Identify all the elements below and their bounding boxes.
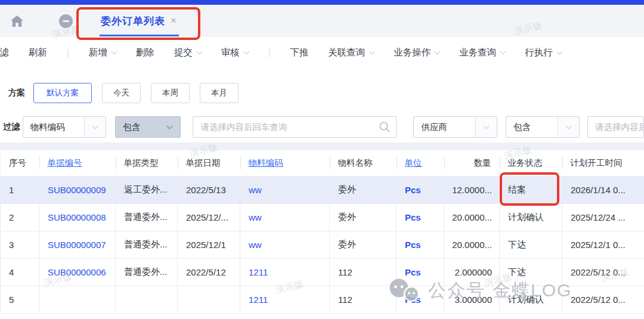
filter-field-select[interactable]: 物料编码	[23, 116, 106, 138]
chevron-down-icon	[111, 48, 117, 54]
cell-bill-type: 普通委外...	[116, 231, 178, 258]
chevron-down-icon	[243, 48, 249, 54]
toolbar-item-label: 业务查询	[459, 47, 496, 59]
scheme-label: 方案	[8, 88, 25, 98]
cell-material-code[interactable]: ww	[240, 176, 330, 203]
column-header-status: 业务状态	[500, 150, 562, 176]
cell-bill-no[interactable]: SUB00000008	[39, 203, 116, 231]
cell-qty: 3.000000	[444, 286, 500, 313]
message-icon[interactable]	[59, 14, 73, 28]
toolbar-item-label: 审核	[221, 47, 240, 59]
cell-qty: 12.0000...	[444, 176, 500, 203]
column-header-qty: 数量	[444, 150, 500, 176]
cell-bill-no[interactable]: SUB00000007	[39, 231, 116, 258]
filter-operator-2-value: 包含	[506, 117, 558, 137]
cell-seq: 1	[1, 176, 39, 203]
cell-plan-start-time: 2022/5/12 0...	[562, 258, 644, 286]
column-header-bill-no[interactable]: 单据编号	[39, 150, 116, 176]
table-row[interactable]: 3SUB00000007普通委外...2025/12/1ww委外Pcs20.00…	[1, 231, 644, 258]
column-header-seq: 序号	[1, 150, 39, 176]
cell-material-name: 112	[330, 258, 397, 286]
cell-seq: 5	[1, 286, 39, 313]
cell-bill-type: 普通委外...	[116, 258, 178, 286]
cell-status: 下达	[500, 258, 562, 286]
filter-search-input[interactable]	[193, 116, 397, 138]
column-header-material-code[interactable]: 物料编码	[240, 150, 330, 176]
tab-outsourcing-order-list[interactable]: 委外订单列表 ×	[100, 5, 180, 37]
cell-material-code[interactable]: ww	[240, 231, 330, 258]
filter-operator-select-2[interactable]: 包含	[506, 116, 580, 138]
filter-operator-select[interactable]: 包含	[115, 116, 181, 138]
section-divider-band	[0, 143, 644, 150]
cell-material-code[interactable]: ww	[240, 203, 330, 231]
filter-search-input-2[interactable]	[587, 116, 644, 138]
toolbar-item-submit[interactable]: 提交	[174, 47, 202, 59]
cell-bill-date: 2022/5/12	[178, 258, 240, 286]
cell-unit[interactable]: Pcs	[397, 203, 444, 231]
cell-material-name: 委外	[330, 176, 397, 203]
cell-status: 下达	[500, 231, 562, 258]
toolbar-item-business-operation[interactable]: 业务操作	[394, 47, 439, 59]
toolbar-item-delete[interactable]: 删除	[136, 47, 154, 59]
chevron-down-icon	[196, 48, 202, 54]
cell-plan-start-time: 2022/5/12 0...	[562, 286, 644, 313]
toolbar-item-label: 新增	[89, 47, 107, 59]
column-header-bill-date: 单据日期	[178, 150, 240, 176]
cell-unit[interactable]: Pcs	[397, 286, 444, 313]
toolbar-item-row-execute[interactable]: 行执行	[525, 47, 562, 59]
close-icon[interactable]: ×	[171, 15, 177, 27]
cell-plan-start-time: 2025/12/24 ...	[562, 203, 644, 231]
toolbar-item-push-down[interactable]: 下推	[290, 47, 308, 59]
chevron-down-icon	[84, 117, 106, 137]
filter-field-select-2[interactable]: 供应商	[413, 116, 497, 138]
cell-unit[interactable]: Pcs	[397, 258, 444, 286]
toolbar-item-refresh[interactable]: 刷新	[29, 47, 47, 59]
cell-bill-no[interactable]: SUB00000006	[39, 258, 116, 286]
cell-unit[interactable]: Pcs	[397, 176, 444, 203]
cell-bill-no[interactable]: SUB00000009	[39, 176, 116, 203]
filter-row: 过滤 物料编码 包含 供应商 包含	[0, 116, 644, 138]
scheme-button-this-month[interactable]: 本月	[200, 83, 239, 103]
toolbar-item-related-query[interactable]: 关联查询	[328, 47, 374, 59]
cell-bill-date: 2025/12/...	[178, 203, 240, 231]
cell-seq: 3	[1, 231, 39, 258]
home-icon[interactable]	[10, 15, 24, 27]
cell-seq: 4	[1, 258, 39, 286]
filter-operator-value: 包含	[116, 117, 159, 137]
chevron-down-icon	[369, 48, 375, 54]
toolbar-item-new[interactable]: 新增	[89, 47, 116, 59]
toolbar-item-label: 业务操作	[394, 47, 431, 59]
cell-unit[interactable]: Pcs	[397, 231, 444, 258]
cell-bill-type: 返工委外...	[116, 176, 178, 203]
toolbar-item-audit[interactable]: 审核	[221, 47, 249, 59]
toolbar-item-label: 行执行	[525, 47, 553, 59]
toolbar-item-label: 删除	[136, 47, 154, 59]
scheme-button-today[interactable]: 今天	[102, 83, 141, 103]
toolbar-item-business-query[interactable]: 业务查询	[459, 47, 505, 59]
cell-material-code[interactable]: 1211	[240, 286, 330, 313]
search-icon[interactable]	[379, 121, 391, 135]
chevron-down-icon	[435, 48, 441, 54]
toolbar-item-label: 刷新	[29, 47, 47, 59]
table-row[interactable]: 1SUB00000009返工委外...2022/5/13ww委外Pcs12.00…	[1, 176, 644, 203]
scheme-button-default-scheme[interactable]: 默认方案	[33, 83, 92, 103]
column-header-material-name: 物料名称	[330, 150, 397, 176]
top-accent-bar	[0, 0, 644, 5]
apps-icon[interactable]	[35, 15, 48, 27]
table-row[interactable]: 4SUB00000006普通委外...2022/5/121211112Pcs2.…	[1, 258, 644, 286]
scheme-button-this-week[interactable]: 本周	[151, 83, 190, 103]
toolbar: 过滤刷新|新增删除提交审核|下推关联查询业务操作业务查询行执行	[0, 37, 644, 67]
table-row[interactable]: 51211112Pcs3.000000计划确认2022/5/12 0...	[1, 286, 644, 313]
cell-plan-start-time: 2026/1/14 0...	[562, 176, 644, 203]
filter-field-value: 物料编码	[23, 117, 84, 137]
cell-material-code[interactable]: 1211	[240, 258, 330, 286]
toolbar-divider: |	[268, 48, 271, 57]
cell-bill-date	[178, 286, 240, 313]
column-header-bill-type: 单据类型	[116, 150, 178, 176]
toolbar-item-filter[interactable]: 过滤	[0, 47, 9, 59]
column-header-unit[interactable]: 单位	[397, 150, 444, 176]
table-row[interactable]: 2SUB00000008普通委外...2025/12/...ww委外Pcs20.…	[1, 203, 644, 231]
chevron-down-icon	[556, 48, 562, 54]
cell-bill-type: 普通委外...	[116, 203, 178, 231]
cell-material-name: 委外	[330, 203, 397, 231]
